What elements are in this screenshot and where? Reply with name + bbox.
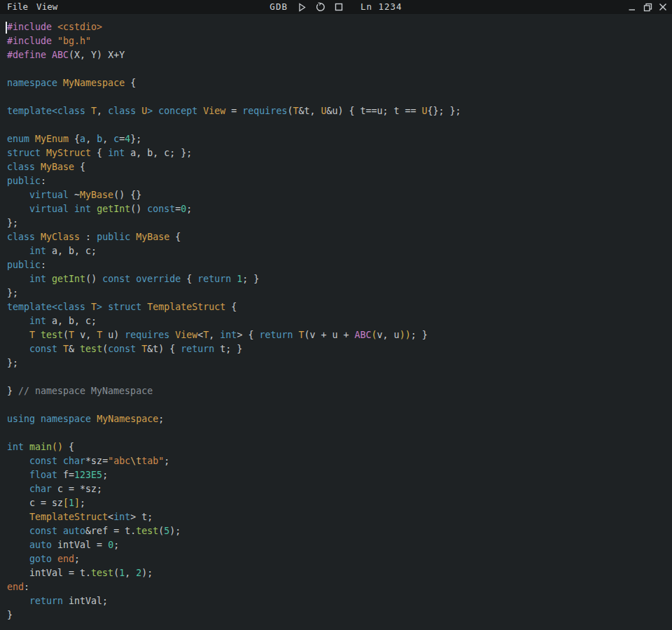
code-token: T (63, 344, 69, 354)
code-token (57, 78, 63, 88)
code-line[interactable]: goto end; (7, 552, 672, 566)
code-line[interactable]: #define ABC(X, Y) X+Y (7, 48, 672, 62)
code-token: }; (7, 288, 18, 298)
code-line[interactable]: enum MyEnum {a, b, c=4}; (7, 132, 672, 146)
code-line[interactable] (7, 370, 672, 384)
code-line[interactable]: virtual ~MyBase() {} (7, 188, 672, 202)
reload-icon (316, 2, 326, 12)
code-token: const (29, 344, 57, 354)
code-line[interactable]: int a, b, c; (7, 244, 672, 258)
code-line[interactable]: #include "bg.h" (7, 34, 672, 48)
code-token: const (29, 456, 57, 466)
code-token (85, 106, 91, 116)
code-line[interactable]: TemplateStruct<int> t; (7, 510, 672, 524)
code-line[interactable]: int main() { (7, 440, 672, 454)
code-token (57, 456, 63, 466)
code-line[interactable]: c = sz[1]; (7, 496, 672, 510)
reload-button[interactable] (314, 1, 327, 13)
code-line[interactable]: virtual int getInt() const=0; (7, 202, 672, 216)
code-token: <cstdio> (57, 22, 102, 32)
code-line[interactable] (7, 398, 672, 412)
code-line[interactable]: public: (7, 174, 672, 188)
code-token: } (7, 610, 13, 620)
code-line[interactable]: } // namespace MyNamespace (7, 384, 672, 398)
code-line[interactable]: auto intVal = 0; (7, 538, 672, 552)
restore-button[interactable] (641, 1, 654, 13)
code-line[interactable] (7, 62, 672, 76)
code-token: MyBase (41, 162, 74, 172)
code-line[interactable]: #include <cstdio> (7, 20, 672, 34)
code-line[interactable] (7, 118, 672, 132)
code-token: test (136, 526, 158, 536)
code-token: auto (63, 526, 85, 536)
code-token (130, 274, 136, 284)
text-cursor (6, 22, 7, 34)
code-token: ; (74, 554, 80, 564)
code-token: *sz= (85, 456, 108, 466)
code-line[interactable]: end: (7, 580, 672, 594)
code-line[interactable]: public: (7, 258, 672, 272)
code-line[interactable]: class MyClass : public MyBase { (7, 230, 672, 244)
code-line[interactable]: char c = *sz; (7, 482, 672, 496)
code-line[interactable] (7, 426, 672, 440)
stop-button[interactable] (332, 1, 345, 13)
code-line[interactable]: int getInt() const override { return 1; … (7, 272, 672, 286)
code-token: ; (113, 540, 119, 550)
code-token: #include (7, 22, 52, 32)
code-line[interactable]: return intVal; (7, 594, 672, 608)
code-line[interactable]: T test(T v, T u) requires View<T, int> {… (7, 328, 672, 342)
code-token: View (203, 106, 225, 116)
code-token: } (7, 386, 18, 396)
code-line[interactable]: const auto&ref = t.test(5); (7, 524, 672, 538)
run-button[interactable] (296, 1, 309, 13)
code-line[interactable]: class MyBase { (7, 160, 672, 174)
code-token: \t (130, 456, 141, 466)
menu-view[interactable]: View (32, 0, 62, 14)
minimize-button[interactable] (626, 1, 638, 13)
code-line[interactable]: }; (7, 216, 672, 230)
close-button[interactable] (657, 1, 669, 13)
code-token (35, 330, 41, 340)
code-line[interactable]: const T& test(const T&t) { return t; } (7, 342, 672, 356)
code-line[interactable]: template<class T> struct TemplateStruct … (7, 300, 672, 314)
code-token: public (7, 176, 41, 186)
code-token: &u) { t==u; t == (326, 106, 421, 116)
code-token: template<class (7, 302, 85, 312)
code-line[interactable]: using namespace MyNamespace; (7, 412, 672, 426)
code-token: a, b, c; (46, 246, 97, 256)
code-token: int (29, 246, 46, 256)
code-line[interactable]: const char*sz="abc\ttab"; (7, 454, 672, 468)
code-token (141, 302, 147, 312)
code-line[interactable]: } (7, 608, 672, 622)
code-token: struct (108, 302, 141, 312)
code-token: ( (63, 330, 69, 340)
code-token: end (57, 554, 74, 564)
code-token: T (69, 330, 74, 340)
code-token: , (209, 330, 220, 340)
code-line[interactable]: namespace MyNamespace { (7, 76, 672, 90)
code-token: intVal = (52, 540, 108, 550)
code-token (57, 344, 63, 354)
code-token: () (52, 442, 63, 452)
code-token: return (29, 596, 63, 606)
code-token: getInt (52, 274, 85, 284)
code-token: public (7, 260, 41, 270)
app-window: { "topbar": { "menus": [ {"label": "File… (0, 0, 672, 630)
code-token (69, 204, 74, 214)
code-line[interactable]: }; (7, 286, 672, 300)
code-token: // namespace MyNamespace (18, 386, 153, 396)
code-line[interactable]: float f=123E5; (7, 468, 672, 482)
code-token: () {} (113, 190, 141, 200)
code-line[interactable]: int a, b, c; (7, 314, 672, 328)
code-line[interactable]: struct MyStruct { int a, b, c; }; (7, 146, 672, 160)
code-token: { (91, 148, 108, 158)
code-editor[interactable]: #include <cstdio>#include "bg.h"#define … (0, 14, 672, 622)
code-line[interactable] (7, 90, 672, 104)
menu-file[interactable]: File (3, 0, 32, 14)
code-line[interactable]: }; (7, 356, 672, 370)
code-token: : (80, 232, 97, 242)
code-line[interactable]: intVal = t.test(1, 2); (7, 566, 672, 580)
code-token: virtual (29, 204, 69, 214)
code-token (7, 470, 29, 480)
code-line[interactable]: template<class T, class U> concept View … (7, 104, 672, 118)
